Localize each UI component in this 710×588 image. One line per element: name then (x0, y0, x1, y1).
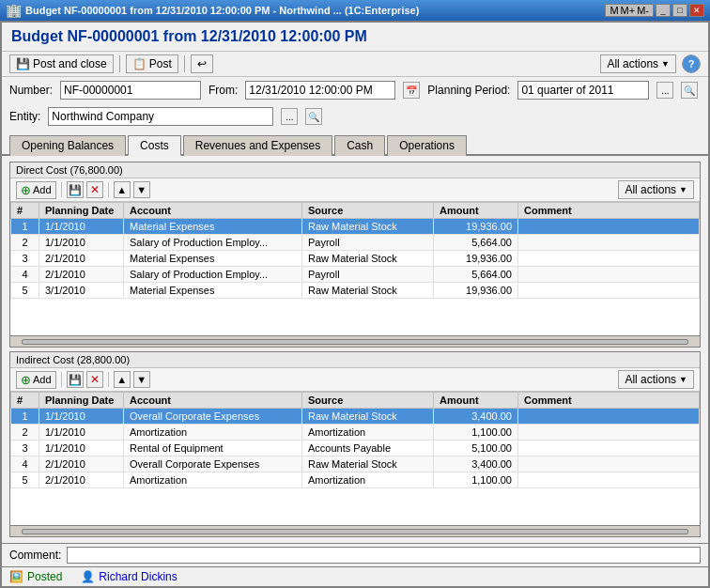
row-num: 3 (11, 251, 39, 267)
tab-cash[interactable]: Cash (334, 135, 385, 156)
indirect-cost-col-source: Source (302, 393, 434, 409)
help-button[interactable]: ? (682, 54, 701, 73)
direct-cost-all-actions-button[interactable]: All actions ▼ (618, 180, 694, 199)
minimize-button[interactable]: _ (656, 4, 671, 17)
indirect-cost-row[interactable]: 3 1/1/2010 Rental of Equipment Accounts … (11, 441, 700, 456)
row-source: Raw Material Stock (302, 283, 434, 299)
indirect-cost-row[interactable]: 1 1/1/2010 Overall Corporate Expenses Ra… (11, 409, 700, 425)
tab-opening-balances[interactable]: Opening Balances (9, 135, 126, 156)
direct-cost-actions-chevron-icon: ▼ (679, 185, 687, 194)
direct-cost-row[interactable]: 2 1/1/2010 Salary of Production Employ..… (11, 235, 700, 251)
row-date: 1/1/2010 (39, 425, 124, 441)
post-close-button[interactable]: 💾 Post and close (9, 54, 114, 73)
close-button[interactable]: ✕ (689, 4, 704, 17)
add-icon: ⊕ (21, 183, 31, 197)
indirect-cost-move-down-button[interactable]: ▼ (133, 371, 150, 388)
indirect-cost-row[interactable]: 4 2/1/2010 Overall Corporate Expenses Ra… (11, 456, 700, 472)
title-bar: 🏢 Budget NF-00000001 from 12/31/2010 12:… (0, 0, 710, 21)
direct-cost-delete-button[interactable]: ✕ (86, 181, 103, 198)
row-num: 2 (11, 235, 39, 251)
tab-revenues-expenses[interactable]: Revenues and Expenses (183, 135, 332, 156)
toolbar-separator-2 (184, 55, 185, 72)
direct-cost-add-button[interactable]: ⊕ Add (16, 181, 56, 199)
user-indicator: 👤 Richard Dickins (81, 570, 177, 583)
indirect-stb-sep-2 (108, 372, 109, 387)
maximize-button[interactable]: □ (672, 4, 687, 17)
direct-cost-save-button[interactable]: 💾 (67, 181, 84, 198)
indirect-cost-row[interactable]: 5 2/1/2010 Amortization Amortization 1,1… (11, 472, 700, 488)
post-button[interactable]: 📋 Post (126, 54, 178, 73)
entity-label: Entity: (9, 110, 40, 123)
direct-cost-header: Direct Cost (76,800.00) (10, 162, 700, 178)
app-icon: 🏢 (6, 3, 22, 18)
row-comment (518, 409, 700, 425)
indirect-cost-table-scroll[interactable]: # Planning Date Account Source Amount Co… (10, 392, 700, 525)
tab-operations[interactable]: Operations (387, 135, 467, 156)
comment-bar: Comment: (2, 543, 708, 566)
row-account: Amortization (124, 425, 302, 441)
all-actions-button[interactable]: All actions ▼ (600, 54, 676, 73)
direct-cost-row[interactable]: 5 3/1/2010 Material Expenses Raw Materia… (11, 283, 700, 299)
up-arrow-icon: ▲ (116, 184, 127, 195)
row-num: 1 (11, 219, 39, 235)
entity-input[interactable] (48, 107, 273, 126)
direct-cost-row[interactable]: 3 2/1/2010 Material Expenses Raw Materia… (11, 251, 700, 267)
row-comment (518, 456, 700, 472)
row-num: 1 (11, 409, 39, 425)
form-row-1: Number: From: 📅 Planning Period: ... 🔍 (2, 77, 708, 103)
row-account: Overall Corporate Expenses (124, 456, 302, 472)
row-date: 1/1/2010 (39, 219, 124, 235)
row-date: 2/1/2010 (39, 251, 124, 267)
indirect-cost-add-button[interactable]: ⊕ Add (16, 371, 56, 389)
bottom-bar: 🖼️ Posted 👤 Richard Dickins (2, 566, 708, 586)
indirect-cost-save-button[interactable]: 💾 (67, 371, 84, 388)
indirect-cost-row[interactable]: 2 1/1/2010 Amortization Amortization 1,1… (11, 425, 700, 441)
title-bar-text: Budget NF-00000001 from 12/31/2010 12:00… (25, 5, 419, 16)
indirect-cost-hscroll-track[interactable] (22, 529, 688, 534)
from-label: From: (208, 84, 238, 97)
indirect-cost-hscroll[interactable] (10, 525, 700, 536)
row-amount: 1,100.00 (434, 472, 518, 488)
comment-input[interactable] (67, 547, 701, 564)
indirect-cost-delete-button[interactable]: ✕ (86, 371, 103, 388)
tab-costs[interactable]: Costs (128, 135, 181, 156)
row-num: 4 (11, 267, 39, 283)
indirect-delete-icon: ✕ (90, 373, 100, 386)
direct-cost-row[interactable]: 1 1/1/2010 Material Expenses Raw Materia… (11, 219, 700, 235)
direct-cost-move-down-button[interactable]: ▼ (133, 181, 150, 198)
direct-cost-hscroll[interactable] (10, 335, 700, 347)
planning-period-input[interactable] (517, 81, 649, 100)
row-account: Rental of Equipment (124, 441, 302, 456)
chevron-down-icon: ▼ (661, 59, 670, 69)
row-date: 1/1/2010 (39, 409, 124, 425)
repost-button[interactable]: ↩ (191, 54, 213, 73)
indirect-add-icon: ⊕ (21, 373, 31, 387)
entity-picker-button[interactable]: ... (281, 108, 298, 125)
row-comment (518, 425, 700, 441)
row-account: Salary of Production Employ... (124, 267, 302, 283)
indirect-cost-move-up-button[interactable]: ▲ (114, 371, 131, 388)
indirect-down-arrow-icon: ▼ (136, 374, 147, 385)
direct-cost-move-up-button[interactable]: ▲ (114, 181, 131, 198)
comment-label: Comment: (9, 549, 61, 562)
from-date-picker-button[interactable]: 📅 (403, 82, 420, 99)
row-source: Amortization (302, 472, 434, 488)
post-close-icon: 💾 (16, 57, 30, 70)
post-icon: 📋 (132, 57, 147, 70)
direct-cost-table-scroll[interactable]: # Planning Date Account Source Amount Co… (10, 202, 700, 335)
row-source: Raw Material Stock (302, 219, 434, 235)
direct-cost-row[interactable]: 4 2/1/2010 Salary of Production Employ..… (11, 267, 700, 283)
row-account: Material Expenses (124, 219, 302, 235)
planning-period-picker-button[interactable]: ... (656, 82, 673, 99)
row-account: Material Expenses (124, 251, 302, 267)
row-num: 5 (11, 472, 39, 488)
indirect-cost-all-actions-button[interactable]: All actions ▼ (618, 370, 694, 389)
from-date-input[interactable] (245, 81, 395, 100)
row-num: 3 (11, 441, 39, 456)
direct-cost-hscroll-track[interactable] (22, 339, 688, 345)
number-input[interactable] (60, 81, 201, 100)
entity-search-button[interactable]: 🔍 (305, 108, 322, 125)
window-controls[interactable]: M M+ M- _ □ ✕ (605, 4, 704, 17)
form-row-2: Entity: ... 🔍 (2, 103, 708, 130)
planning-period-search-button[interactable]: 🔍 (681, 82, 698, 99)
